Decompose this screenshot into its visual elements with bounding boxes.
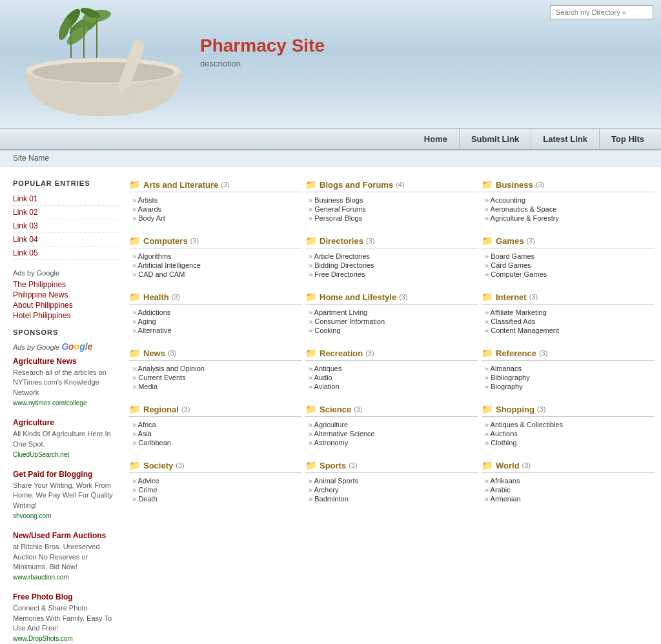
nav-home[interactable]: Home bbox=[412, 129, 459, 149]
category-item-link-7-1[interactable]: Consumer Information bbox=[314, 317, 385, 325]
category-item-link-5-1[interactable]: Card Games bbox=[491, 261, 531, 269]
category-item-link-11-2[interactable]: Biography bbox=[491, 383, 523, 390]
sponsor-ad-title-2[interactable]: Get Paid for Blogging bbox=[13, 470, 92, 479]
category-item-link-7-2[interactable]: Cooking bbox=[314, 327, 340, 334]
category-item-link-1-0[interactable]: Business Blogs bbox=[314, 196, 363, 204]
category-item-link-12-0[interactable]: Africa bbox=[138, 421, 156, 428]
sponsor-ad-url-4[interactable]: www.DropShots.com bbox=[13, 635, 73, 642]
list-item: Asia bbox=[132, 429, 302, 438]
category-name-13[interactable]: Science bbox=[320, 405, 351, 414]
category-items: AfrikaansArabicArmenian bbox=[482, 476, 655, 503]
nav-latest-link[interactable]: Latest Link bbox=[531, 129, 599, 149]
category-name-12[interactable]: Regional bbox=[143, 405, 179, 414]
category-name-16[interactable]: Sports bbox=[320, 461, 346, 470]
popular-link-5[interactable]: Link 05 bbox=[13, 247, 119, 260]
category-item-link-6-0[interactable]: Addictions bbox=[138, 308, 171, 316]
sponsor-ad-url-3[interactable]: www.rbauction.com bbox=[13, 574, 69, 581]
category-item-link-16-1[interactable]: Archery bbox=[314, 486, 339, 494]
sponsor-ad-title-4[interactable]: Free Photo Blog bbox=[13, 592, 73, 601]
category-item-link-6-2[interactable]: Alternative bbox=[138, 327, 172, 334]
nav-top-hits[interactable]: Top Hits bbox=[599, 129, 656, 149]
category-item-link-12-1[interactable]: Asia bbox=[138, 430, 152, 438]
category-item-link-14-1[interactable]: Auctions bbox=[491, 430, 518, 438]
category-item-link-10-0[interactable]: Antiques bbox=[314, 365, 342, 372]
category-item-link-13-2[interactable]: Astronomy bbox=[314, 439, 349, 447]
category-item-link-2-2[interactable]: Agriculture & Forestry bbox=[491, 214, 559, 222]
category-name-6[interactable]: Health bbox=[143, 292, 169, 302]
category-item-link-8-0[interactable]: Affiliate Marketing bbox=[491, 308, 547, 316]
category-item-link-4-2[interactable]: Free Directories bbox=[314, 270, 365, 278]
sponsor-ad-title-3[interactable]: New/Used Farm Auctions bbox=[13, 531, 106, 540]
list-item: General Forums bbox=[309, 205, 478, 214]
sponsor-ad-url-0[interactable]: www.nytimes.com/college bbox=[13, 399, 86, 407]
category-item-link-1-2[interactable]: Personal Blogs bbox=[314, 214, 362, 222]
category-item-link-5-2[interactable]: Computer Games bbox=[491, 270, 547, 278]
category-name-15[interactable]: Society bbox=[143, 461, 173, 470]
category-item-link-9-0[interactable]: Analysis and Opinion bbox=[138, 365, 205, 372]
category-name-1[interactable]: Blogs and Forums bbox=[320, 180, 393, 190]
category-item-link-17-2[interactable]: Armenian bbox=[491, 495, 521, 503]
category-item-link-0-2[interactable]: Body Art bbox=[138, 214, 165, 222]
category-item-link-14-2[interactable]: Clothing bbox=[491, 439, 516, 447]
category-item-link-9-1[interactable]: Current Events bbox=[138, 374, 185, 381]
category-item-link-13-0[interactable]: Agriculture bbox=[314, 421, 349, 428]
category-item-link-3-1[interactable]: Artificial Intelligence bbox=[138, 261, 201, 269]
sponsor-ad-url-2[interactable]: shvoong.com bbox=[13, 512, 51, 519]
popular-link-1[interactable]: Link 01 bbox=[13, 192, 119, 206]
popular-link-2[interactable]: Link 02 bbox=[13, 206, 119, 219]
sponsor-ad-url-1[interactable]: CluedUpSearch.net bbox=[13, 451, 69, 458]
category-item-link-13-1[interactable]: Alternative Science bbox=[314, 430, 375, 438]
category-item-link-5-0[interactable]: Board Games bbox=[491, 252, 534, 260]
category-item-link-4-1[interactable]: Bidding Directories bbox=[314, 261, 374, 269]
category-name-2[interactable]: Business bbox=[496, 180, 533, 190]
category-item-link-6-1[interactable]: Aging bbox=[138, 317, 156, 325]
category-item-link-14-0[interactable]: Antiques & Collectibles bbox=[491, 421, 564, 428]
category-name-9[interactable]: News bbox=[143, 348, 165, 358]
adsense-link-1[interactable]: The Philippines bbox=[13, 279, 119, 290]
category-item-link-15-0[interactable]: Advice bbox=[138, 477, 159, 485]
category-item-link-16-0[interactable]: Animal Sports bbox=[314, 477, 358, 485]
category-item-link-10-2[interactable]: Aviation bbox=[314, 383, 340, 390]
popular-link-3[interactable]: Link 03 bbox=[13, 219, 119, 233]
category-name-7[interactable]: Home and Lifestyle bbox=[320, 292, 396, 302]
category-name-3[interactable]: Computers bbox=[143, 236, 188, 246]
category-name-17[interactable]: World bbox=[496, 461, 520, 470]
adsense-link-3[interactable]: About Philippines bbox=[13, 300, 119, 310]
category-item-link-17-1[interactable]: Arabic bbox=[491, 486, 511, 494]
adsense-link-4[interactable]: Hotel Philippines bbox=[13, 310, 119, 321]
category-item-link-11-1[interactable]: Bibliography bbox=[491, 374, 530, 381]
category-item-link-3-0[interactable]: Algorithms bbox=[138, 252, 172, 260]
category-item-link-1-1[interactable]: General Forums bbox=[314, 205, 365, 213]
category-item-link-0-0[interactable]: Artists bbox=[138, 196, 158, 204]
category-item-link-10-1[interactable]: Audio bbox=[314, 374, 332, 381]
category-item-link-4-0[interactable]: Article Directories bbox=[314, 252, 370, 260]
category-item-link-11-0[interactable]: Almanacs bbox=[491, 365, 522, 372]
category-item-link-17-0[interactable]: Afrikaans bbox=[491, 477, 520, 485]
category-name-0[interactable]: Arts and Literature bbox=[143, 180, 218, 190]
category-name-11[interactable]: Reference bbox=[496, 348, 536, 358]
category-item-link-9-2[interactable]: Media bbox=[138, 383, 158, 390]
category-name-5[interactable]: Games bbox=[496, 236, 524, 246]
nav-submit-link[interactable]: Submit Link bbox=[459, 129, 531, 149]
category-item-link-15-1[interactable]: Crime bbox=[138, 486, 157, 494]
adsense-link-2[interactable]: Philippine News bbox=[13, 290, 119, 300]
category-name-8[interactable]: Internet bbox=[496, 292, 527, 302]
category-name-14[interactable]: Shopping bbox=[496, 405, 534, 414]
category-item-link-8-1[interactable]: Classified Ads bbox=[491, 317, 535, 325]
sponsor-ad-title-1[interactable]: Agriculture bbox=[13, 418, 54, 427]
category-item-link-12-2[interactable]: Caribbean bbox=[138, 439, 171, 447]
category-name-10[interactable]: Recreation bbox=[320, 348, 363, 358]
category-item-link-3-2[interactable]: CAD and CAM bbox=[138, 270, 185, 278]
category-item-link-0-1[interactable]: Awards bbox=[138, 205, 161, 213]
category-item-link-7-0[interactable]: Apartment Living bbox=[314, 308, 368, 316]
category-item-link-8-2[interactable]: Content Management bbox=[491, 327, 559, 334]
category-item-link-2-0[interactable]: Accounting bbox=[491, 196, 525, 204]
category-item-link-16-2[interactable]: Badminton bbox=[314, 495, 349, 503]
search-input[interactable] bbox=[550, 5, 653, 19]
category-header: 📁Business(3) bbox=[482, 179, 655, 192]
popular-link-4[interactable]: Link 04 bbox=[13, 233, 119, 247]
category-item-link-15-2[interactable]: Death bbox=[138, 495, 157, 503]
category-item-link-2-1[interactable]: Aeronautics & Space bbox=[491, 205, 557, 213]
sponsor-ad-title-0[interactable]: Agriculture News bbox=[13, 357, 77, 366]
category-name-4[interactable]: Directories bbox=[320, 236, 363, 246]
